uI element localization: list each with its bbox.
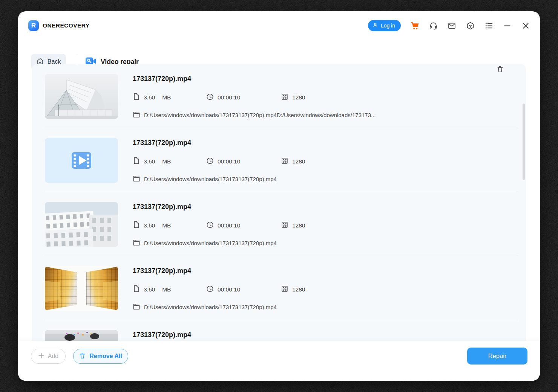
- file-size: 3.60MB: [133, 157, 206, 166]
- repair-button[interactable]: Repair: [467, 348, 527, 365]
- file-row: 173137(720p).mp4 3.60MB 00:00:10 1280 D:…: [45, 320, 518, 341]
- scrollbar-thumb[interactable]: [523, 104, 525, 180]
- clock-icon: [206, 93, 214, 102]
- video-thumbnail-placeholder: [45, 138, 118, 183]
- titlebar-actions: Log in: [368, 20, 530, 31]
- file-duration: 00:00:10: [206, 221, 281, 230]
- folder-icon: [133, 111, 140, 119]
- file-name: 173137(720p).mp4: [133, 330, 518, 340]
- remove-all-label: Remove All: [89, 353, 122, 360]
- file-path: D:/Users/windows/downloads/173173137(720…: [133, 111, 518, 119]
- dimensions-icon: [281, 221, 288, 230]
- video-thumbnail-golden-towers: [45, 266, 118, 311]
- app-window: R ONERECOVERY Log in: [18, 11, 540, 381]
- login-label: Log in: [381, 23, 395, 29]
- file-row: 173137(720p).mp4 3.60MB 00:00:10 1280: [45, 192, 518, 256]
- title-bar: R ONERECOVERY Log in: [18, 11, 540, 40]
- file-dimension: 1280: [281, 157, 305, 166]
- dimensions-icon: [281, 285, 288, 294]
- footer-bar: Add Remove All Repair: [18, 341, 540, 381]
- list-menu-icon[interactable]: [484, 21, 493, 30]
- minimize-icon[interactable]: [503, 21, 512, 30]
- file-list: 173137(720p).mp4 3.60MB 00:00:10 1280: [32, 64, 526, 341]
- close-icon[interactable]: [521, 21, 530, 30]
- video-thumbnail-white-building: [45, 202, 118, 247]
- add-label: Add: [48, 353, 58, 360]
- file-name: 173137(720p).mp4: [133, 202, 518, 212]
- file-dimension: 1280: [281, 285, 305, 294]
- file-name: 173137(720p).mp4: [133, 266, 518, 276]
- clock-icon: [206, 285, 214, 294]
- file-row: 173137(720p).mp4 3.60MB 00:00:10 1280: [45, 128, 518, 192]
- trash-icon: [79, 352, 86, 361]
- file-icon: [133, 221, 140, 230]
- mail-icon[interactable]: [448, 21, 456, 30]
- file-duration: 00:00:10: [206, 285, 281, 294]
- clock-icon: [206, 221, 214, 230]
- remove-all-button[interactable]: Remove All: [73, 349, 128, 364]
- file-dimension: 1280: [281, 221, 305, 230]
- file-icon: [133, 157, 140, 166]
- video-thumbnail-confetti: [45, 330, 118, 341]
- file-row: 173137(720p).mp4 3.60MB 00:00:10 1280: [45, 64, 518, 128]
- video-thumbnail-angular-museum: [45, 74, 118, 119]
- file-duration: 00:00:10: [206, 157, 281, 166]
- app-logo-icon: R: [28, 20, 39, 31]
- folder-icon: [133, 303, 140, 311]
- dimensions-icon: [281, 93, 288, 102]
- file-dimension: 1280: [281, 93, 305, 102]
- file-name: 173137(720p).mp4: [133, 138, 518, 148]
- add-button[interactable]: Add: [31, 349, 66, 364]
- plus-icon: [38, 352, 44, 360]
- file-size: 3.60MB: [133, 93, 206, 102]
- brand: R ONERECOVERY: [28, 20, 89, 31]
- file-icon: [133, 93, 140, 102]
- file-size: 3.60MB: [133, 221, 206, 230]
- clock-icon: [206, 157, 214, 166]
- folder-icon: [133, 239, 140, 247]
- file-duration: 00:00:10: [206, 93, 281, 102]
- shopping-cart-icon[interactable]: [411, 21, 419, 30]
- file-size: 3.60MB: [133, 285, 206, 294]
- brand-name: ONERECOVERY: [43, 22, 89, 29]
- headset-icon[interactable]: [429, 21, 438, 30]
- folder-icon: [133, 175, 140, 183]
- user-icon: [373, 22, 378, 29]
- file-path: D:/Users/windows/downloads/173173137(720…: [133, 303, 518, 311]
- file-path: D:/Users/windows/downloads/173173137(720…: [133, 175, 518, 183]
- package-icon[interactable]: [466, 21, 475, 30]
- file-path: D:/Users/windows/downloads/173173137(720…: [133, 239, 518, 247]
- delete-file-button[interactable]: [496, 65, 504, 74]
- dimensions-icon: [281, 157, 288, 166]
- login-button[interactable]: Log in: [368, 20, 401, 31]
- file-name: 173137(720p).mp4: [133, 74, 518, 84]
- file-row: 173137(720p).mp4 3.60MB 00:00:10 1280: [45, 256, 518, 320]
- file-icon: [133, 285, 140, 294]
